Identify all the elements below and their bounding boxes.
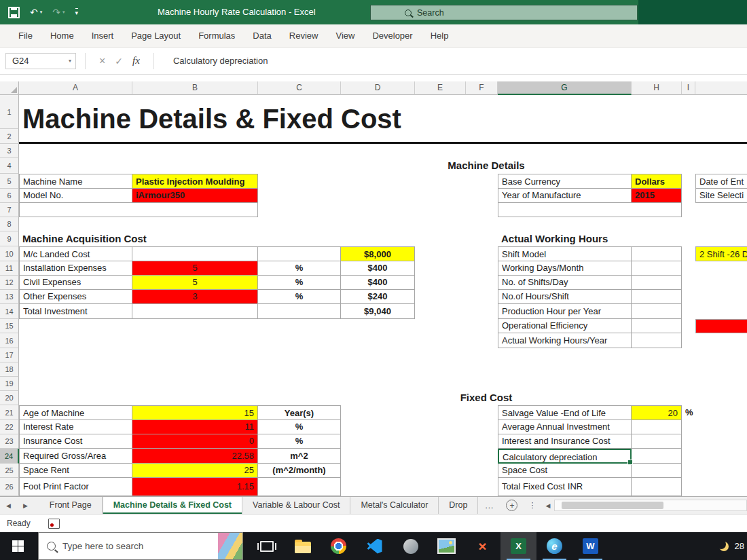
- cell-A23[interactable]: Insurance Cost: [19, 434, 132, 449]
- cell-H10[interactable]: [632, 246, 682, 261]
- row-header-1[interactable]: 1: [0, 95, 19, 129]
- cell-B10[interactable]: [132, 246, 258, 261]
- cell-A6[interactable]: Model No.: [19, 189, 132, 203]
- ribbon-tab-file[interactable]: File: [10, 24, 41, 47]
- cell-C11[interactable]: %: [258, 261, 341, 276]
- edge-app-button[interactable]: e: [536, 532, 572, 560]
- cell-H6[interactable]: 2015: [632, 189, 682, 203]
- sheet-nav-right-icon[interactable]: ▶: [23, 502, 28, 509]
- cell-D10[interactable]: $8,000: [341, 246, 415, 261]
- acquisition-cost-heading[interactable]: Machine Acquisition Cost: [19, 231, 341, 246]
- cell-H25[interactable]: [632, 464, 682, 478]
- row-header-12[interactable]: 12: [0, 276, 19, 290]
- name-box-dropdown-icon[interactable]: ▾: [69, 58, 71, 64]
- cell-D12[interactable]: $400: [341, 276, 415, 290]
- excel-app-button[interactable]: X: [500, 532, 536, 560]
- row-header-8[interactable]: 8: [0, 217, 19, 231]
- working-hours-heading[interactable]: Actual Working Hours: [498, 231, 632, 246]
- row-header-5[interactable]: 5: [0, 174, 19, 189]
- cell-D13[interactable]: $240: [341, 290, 415, 304]
- cell-H12[interactable]: [632, 276, 682, 290]
- column-header-G[interactable]: G: [498, 81, 632, 95]
- cell-B21[interactable]: 15: [132, 405, 258, 420]
- cell-A24[interactable]: Required Gross/Area: [19, 449, 132, 464]
- row-header-23[interactable]: 23: [0, 434, 19, 449]
- sheet-tab-drop[interactable]: Drop: [439, 497, 478, 514]
- enter-icon[interactable]: ✓: [115, 56, 123, 67]
- cell-G14[interactable]: Production Hour per Year: [498, 304, 632, 319]
- row-header-4[interactable]: 4: [0, 158, 19, 174]
- photos-app-button[interactable]: [429, 532, 464, 560]
- sheet-tab-machine-details-fixed-cost[interactable]: Machine Details & Fixed Cost: [103, 497, 242, 514]
- cell-H16[interactable]: [632, 333, 682, 348]
- cell-C21[interactable]: Year(s): [258, 405, 341, 420]
- row-header-24[interactable]: 24: [0, 449, 19, 464]
- cell-B23[interactable]: 0: [132, 434, 258, 449]
- tab-overflow-indicator[interactable]: ...: [485, 501, 494, 510]
- cell-D14[interactable]: $9,040: [341, 304, 415, 319]
- formula-bar-value[interactable]: Calculatory depreciation: [173, 56, 268, 66]
- start-button[interactable]: [0, 532, 35, 560]
- cell-G16[interactable]: Actual Working Hours/Year: [498, 333, 632, 348]
- cell-B25[interactable]: 25: [132, 464, 258, 478]
- column-header-E[interactable]: E: [415, 81, 466, 95]
- cell-A12[interactable]: Civil Expenses: [19, 276, 132, 290]
- cell-A25[interactable]: Space Rent: [19, 464, 132, 478]
- cell-G23[interactable]: Interest and Insurance Cost: [498, 434, 632, 449]
- row-header-17[interactable]: 17: [0, 348, 19, 362]
- sheet-nav-left-icon[interactable]: ◀: [6, 502, 11, 509]
- cell-B14[interactable]: [132, 304, 258, 319]
- taskbar-search-box[interactable]: Type here to search: [38, 532, 243, 560]
- cell-G6[interactable]: Year of Manufacture: [498, 189, 632, 203]
- cell-A21[interactable]: Age of Machine: [19, 405, 132, 420]
- redo-button[interactable]: ↷▾: [52, 7, 65, 18]
- name-box[interactable]: G24 ▾: [5, 53, 76, 69]
- cell-A13[interactable]: Other Expenses: [19, 290, 132, 304]
- title-search-box[interactable]: Search: [370, 5, 638, 20]
- cell-H23[interactable]: [632, 434, 682, 449]
- ribbon-tab-page-layout[interactable]: Page Layout: [122, 24, 189, 47]
- cell-H15[interactable]: [632, 319, 682, 333]
- sheet-tab-variable-labour-cost[interactable]: Variable & Labour Cost: [242, 497, 350, 514]
- cell-C23[interactable]: %: [258, 434, 341, 449]
- cell-B13[interactable]: 3: [132, 290, 258, 304]
- row-header-21[interactable]: 21: [0, 405, 19, 420]
- cell-B26[interactable]: 1.15: [132, 478, 258, 496]
- cell-B5[interactable]: Plastic Injection Moulding: [132, 174, 258, 189]
- night-light-icon[interactable]: [719, 542, 729, 551]
- column-header-I[interactable]: I: [682, 81, 695, 95]
- cell-A22[interactable]: Interest Rate: [19, 420, 132, 434]
- cell-G7[interactable]: [498, 203, 682, 217]
- cell-G11[interactable]: Working Days/Month: [498, 261, 632, 276]
- selected-cell-G24[interactable]: Calculatory depreciation: [498, 449, 632, 464]
- machine-details-heading[interactable]: Machine Details: [341, 158, 632, 174]
- row-header-18[interactable]: 18: [0, 362, 19, 377]
- cell-I21[interactable]: %: [682, 405, 695, 420]
- hscroll-left-icon[interactable]: ◀: [545, 502, 550, 509]
- cell-A14[interactable]: Total Investment: [19, 304, 132, 319]
- cell-B6[interactable]: iArmour350: [132, 189, 258, 203]
- customize-qat-button[interactable]: ▾: [75, 8, 79, 16]
- row-header-20[interactable]: 20: [0, 391, 19, 405]
- cell-H5[interactable]: Dollars: [632, 174, 682, 189]
- cell-J15[interactable]: [695, 319, 747, 333]
- ribbon-tab-help[interactable]: Help: [422, 24, 458, 47]
- cell-C10[interactable]: [258, 246, 341, 261]
- ribbon-tab-data[interactable]: Data: [244, 24, 280, 47]
- row-header-22[interactable]: 22: [0, 420, 19, 434]
- row-header-9[interactable]: 9: [0, 231, 19, 246]
- cell-J10[interactable]: 2 Shift -26 D: [695, 246, 747, 261]
- scrollbar-thumb[interactable]: [562, 502, 663, 509]
- ribbon-tab-home[interactable]: Home: [41, 24, 83, 47]
- sheet-tab-front-page[interactable]: Front Page: [39, 497, 103, 514]
- cell-B12[interactable]: 5: [132, 276, 258, 290]
- select-all-button[interactable]: [0, 81, 19, 95]
- row-header-19[interactable]: 19: [0, 377, 19, 391]
- cell-C25[interactable]: (m^2/month): [258, 464, 341, 478]
- row-header-25[interactable]: 25: [0, 464, 19, 478]
- cell-H14[interactable]: [632, 304, 682, 319]
- cell-A11[interactable]: Installation Expenses: [19, 261, 132, 276]
- tab-more-icon[interactable]: ⋮: [528, 501, 536, 510]
- cell-B11[interactable]: 5: [132, 261, 258, 276]
- ribbon-tab-developer[interactable]: Developer: [363, 24, 421, 47]
